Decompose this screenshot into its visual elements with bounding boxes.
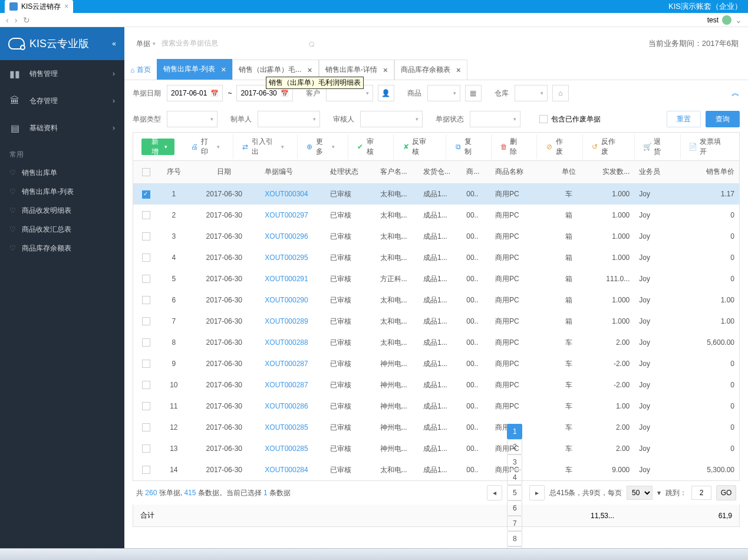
pager-page-number[interactable]: 2	[507, 439, 522, 454]
row-checkbox[interactable]	[142, 296, 150, 304]
table-row[interactable]: 112017-06-30XOUT000286已审核神州电...成品1...00.…	[133, 396, 739, 417]
column-header[interactable]: 销售单价	[680, 161, 739, 183]
pager-page-number[interactable]: 1	[507, 424, 522, 439]
select-all-checkbox[interactable]	[142, 168, 150, 176]
row-checkbox[interactable]	[142, 317, 150, 325]
tab-close-icon[interactable]: ×	[64, 2, 68, 11]
sidebar-collapse-icon[interactable]: «	[112, 39, 116, 48]
pager-page-number[interactable]: 5	[507, 485, 522, 500]
doc-code-link[interactable]: XOUT000290	[260, 289, 325, 311]
import-button[interactable]: ⇄引入引出▾	[233, 134, 289, 159]
checker-select[interactable]: ▾	[360, 111, 423, 127]
nav-refresh-icon[interactable]: ↻	[23, 15, 30, 25]
doc-code-link[interactable]: XOUT000296	[260, 226, 325, 247]
column-header[interactable]: 单据编号	[260, 161, 325, 183]
close-icon[interactable]: ×	[456, 65, 461, 75]
doc-code-link[interactable]: XOUT000297	[260, 205, 325, 226]
return-button[interactable]: 🛒退货	[634, 134, 671, 159]
nav-back-icon[interactable]: ‹	[6, 15, 9, 25]
pager-page-number[interactable]: 8	[507, 531, 522, 546]
doc-code-link[interactable]: XOUT000288	[260, 332, 325, 353]
sidebar-favorite-item[interactable]: ♡销售出库单-列表	[0, 182, 124, 201]
sidebar-item-warehouse[interactable]: 🏛 仓存管理 ›	[0, 87, 124, 114]
delete-button[interactable]: 🗑删除	[491, 134, 528, 159]
table-row[interactable]: 122017-06-30XOUT000285已审核神州电...成品1...00.…	[133, 417, 739, 438]
tab-home[interactable]: ⌂ 首页	[124, 60, 157, 80]
sidebar-item-basedata[interactable]: ▤ 基础资料 ›	[0, 114, 124, 141]
sidebar-item-sales[interactable]: ▮▮ 销售管理 ›	[0, 60, 124, 87]
row-checkbox[interactable]	[142, 444, 150, 453]
column-header[interactable]: 处理状态	[325, 161, 375, 183]
doc-code-link[interactable]: XOUT000287	[260, 353, 325, 374]
table-row[interactable]: 42017-06-30XOUT000295已审核太和电...成品1...00..…	[133, 247, 739, 268]
table-row[interactable]: 22017-06-30XOUT000297已审核太和电...成品1...00..…	[133, 205, 739, 226]
reset-button[interactable]: 重置	[667, 111, 701, 127]
column-header[interactable]: 业务员	[634, 161, 680, 183]
search-type-selector[interactable]: 单据 ▾	[136, 39, 156, 49]
close-icon[interactable]: ×	[221, 65, 226, 74]
row-checkbox[interactable]	[142, 466, 150, 474]
nav-forward-icon[interactable]: ›	[15, 15, 18, 25]
expand-filters-icon[interactable]: ︽	[731, 88, 740, 98]
warehouse-select[interactable]: ▾	[515, 85, 548, 101]
tab-stock-balance[interactable]: 商品库存余额表 ×	[394, 60, 467, 80]
doc-code-link[interactable]: XOUT000285	[260, 438, 325, 459]
warehouse-lookup-icon[interactable]: ⌂	[552, 85, 569, 101]
table-row[interactable]: 62017-06-30XOUT000290已审核太和电...成品1...00..…	[133, 289, 739, 311]
goods-select[interactable]: ▾	[427, 85, 460, 101]
pager-page-number[interactable]: 3	[507, 454, 522, 470]
pager-next-icon[interactable]: ▸	[529, 485, 545, 500]
doc-code-link[interactable]: XOUT000285	[260, 417, 325, 438]
new-button[interactable]: 新增▾	[141, 139, 174, 155]
pager-go-button[interactable]: GO	[716, 485, 736, 500]
page-size-select[interactable]: 50	[627, 486, 653, 500]
copy-button[interactable]: ⧉复制	[446, 134, 483, 159]
status-select[interactable]: ▾	[470, 111, 520, 127]
close-icon[interactable]: ×	[383, 65, 388, 75]
page-jump-input[interactable]	[691, 486, 711, 500]
table-row[interactable]: 92017-06-30XOUT000287已审核神州电...成品1...00..…	[133, 353, 739, 374]
table-row[interactable]: 52017-06-30XOUT000291已审核方正科...成品1...00..…	[133, 268, 739, 289]
row-checkbox[interactable]	[142, 381, 150, 389]
row-checkbox[interactable]	[142, 211, 150, 219]
search-input[interactable]: 搜索业务单据信息	[162, 37, 315, 50]
invoice-button[interactable]: 📄发票填开	[680, 134, 731, 159]
pager-prev-icon[interactable]: ◂	[487, 485, 502, 500]
doc-code-link[interactable]: XOUT000304	[260, 183, 325, 205]
sidebar-favorite-item[interactable]: ♡销售出库单	[0, 163, 124, 182]
table-row[interactable]: 12017-06-30XOUT000304已审核太和电...成品1...00..…	[133, 183, 739, 205]
doc-code-link[interactable]: XOUT000287	[260, 374, 325, 396]
print-button[interactable]: 🖨打印▾	[183, 134, 225, 159]
more-button[interactable]: ⊕更多▾	[297, 134, 340, 159]
unaudit-button[interactable]: ✘反审核	[393, 134, 437, 159]
browser-tab[interactable]: KIS云进销存 ×	[5, 0, 73, 13]
row-checkbox[interactable]	[142, 253, 150, 262]
table-row[interactable]: 142017-06-30XOUT000284已审核太和电...成品1...00.…	[133, 459, 739, 480]
column-header[interactable]: 序号	[159, 161, 188, 183]
customer-lookup-icon[interactable]: 👤	[378, 85, 394, 101]
row-checkbox[interactable]	[142, 402, 150, 410]
row-checkbox[interactable]	[142, 338, 150, 347]
column-header[interactable]: 客户名...	[375, 161, 419, 183]
doc-code-link[interactable]: XOUT000286	[260, 396, 325, 417]
row-checkbox[interactable]	[142, 423, 150, 431]
void-button[interactable]: ⊘作废	[536, 134, 574, 159]
row-checkbox[interactable]	[142, 190, 150, 199]
maker-select[interactable]: ▾	[258, 111, 320, 127]
sidebar-favorite-item[interactable]: ♡商品收发明细表	[0, 201, 124, 220]
column-header[interactable]: 商...	[462, 161, 490, 183]
table-row[interactable]: 82017-06-30XOUT000288已审核太和电...成品1...00..…	[133, 332, 739, 353]
row-checkbox[interactable]	[142, 275, 150, 283]
doc-code-link[interactable]: XOUT000291	[260, 268, 325, 289]
doc-type-select[interactable]: ▾	[167, 111, 218, 127]
doc-code-link[interactable]: XOUT000289	[260, 311, 325, 332]
sidebar-favorite-item[interactable]: ♡商品收发汇总表	[0, 220, 124, 239]
column-header[interactable]: 实发数...	[589, 161, 635, 183]
column-header[interactable]: 商品名称	[490, 161, 549, 183]
include-void-checkbox[interactable]: 包含已作废单据	[539, 114, 601, 124]
row-checkbox[interactable]	[142, 232, 150, 241]
doc-code-link[interactable]: XOUT000295	[260, 247, 325, 268]
doc-code-link[interactable]: XOUT000284	[260, 459, 325, 480]
tab-sales-out-list[interactable]: 销售出库单-列表 ×	[157, 59, 232, 80]
row-checkbox[interactable]	[142, 360, 150, 368]
